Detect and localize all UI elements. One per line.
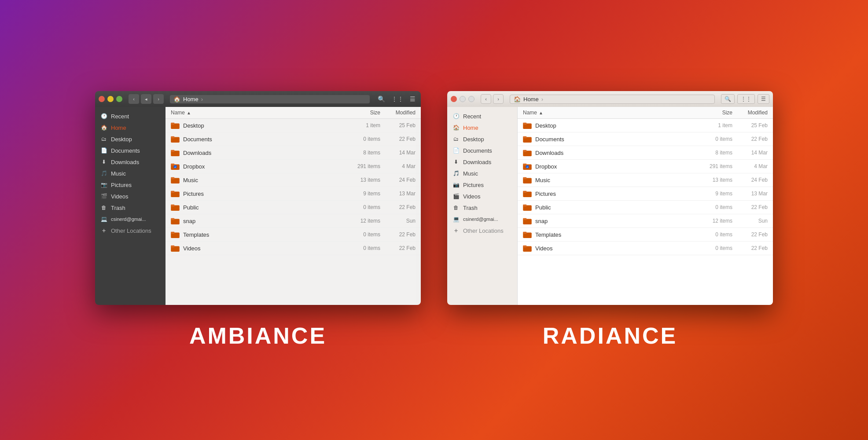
sidebar-item-videos[interactable]: 🎬 Videos [447,191,517,202]
sidebar-item-home[interactable]: 🏠 Home [447,122,517,133]
table-row[interactable]: Videos 0 items 22 Feb [518,242,773,255]
desktop-icon: 🗂 [100,136,107,143]
table-row[interactable]: Desktop 1 item 25 Feb [166,119,421,132]
table-row[interactable]: Templates 0 items 22 Feb [518,228,773,242]
sidebar-item-trash[interactable]: 🗑 Trash [447,202,517,213]
folder-icon [171,244,180,252]
col-size-header[interactable]: Size [697,110,732,116]
nav-toggle-sidebar-button[interactable]: ◂ [141,94,151,104]
sidebar-label-downloads: Downloads [463,159,491,165]
svg-rect-33 [523,177,526,179]
folder-icon [523,244,532,252]
sidebar-item-account[interactable]: 💻 csinerd@gmai... [447,213,517,225]
menu-button[interactable]: ☰ [758,94,769,104]
nav-forward-button[interactable]: › [153,94,164,104]
table-row[interactable]: Videos 0 items 22 Feb [166,242,421,255]
nav-back-button[interactable]: ‹ [129,94,139,104]
table-row[interactable]: snap 12 items Sun [166,214,421,228]
table-row[interactable]: ✓ Dropbox 291 items 4 Mar [518,160,773,173]
sidebar-item-trash[interactable]: 🗑 Trash [95,202,166,213]
sidebar-label-trash: Trash [111,205,125,211]
folder-icon: ✓ [523,162,532,170]
file-list: Desktop 1 item 25 Feb Documents 0 items … [166,119,421,255]
table-row[interactable]: Music 13 items 24 Feb [518,173,773,187]
maximize-button[interactable] [116,96,122,102]
search-button[interactable]: 🔍 [721,94,735,104]
nav-back-button[interactable]: ‹ [481,94,491,104]
file-name-text: Videos [183,245,201,252]
sidebar-item-desktop[interactable]: 🗂 Desktop [447,133,517,145]
table-row[interactable]: Downloads 8 items 14 Mar [518,146,773,160]
file-size: 0 items [345,204,380,210]
table-row[interactable]: Public 0 items 22 Feb [166,201,421,214]
view-toggle-button[interactable]: ⋮⋮ [390,95,405,103]
sidebar-item-other-locations[interactable]: + Other Locations [95,225,166,236]
location-bar[interactable]: 🏠 Home › [170,95,370,103]
svg-rect-25 [523,136,526,138]
table-row[interactable]: Pictures 9 items 13 Mar [518,187,773,201]
sidebar-item-home[interactable]: 🏠 Home [95,122,166,133]
maximize-button[interactable] [468,96,474,102]
nav-forward-button[interactable]: › [493,94,504,104]
ambiance-label-block: AMBIANCE [95,323,421,349]
table-row[interactable]: ✓ Dropbox 291 items 4 Mar [166,160,421,173]
sidebar-item-downloads[interactable]: ⬇ Downloads [447,156,517,168]
minimize-button[interactable] [460,96,466,102]
svg-rect-27 [523,150,526,152]
col-name-label: Name [171,110,185,116]
table-row[interactable]: Documents 0 items 22 Feb [518,132,773,146]
svg-rect-15 [171,205,174,206]
file-name-text: snap [183,218,195,224]
file-name: Downloads [523,149,697,157]
sidebar-label-videos: Videos [463,193,481,200]
col-modified-header[interactable]: Modified [380,110,416,116]
sidebar-item-documents[interactable]: 📄 Documents [447,145,517,156]
file-name: Templates [171,231,345,238]
col-name-header[interactable]: Name ▲ [523,110,697,116]
file-name: Public [171,203,345,211]
sidebar-item-account[interactable]: 💻 csinerd@gmai... [95,213,166,225]
file-name: snap [171,217,345,225]
col-name-header[interactable]: Name ▲ [171,110,345,116]
table-row[interactable]: Public 0 items 22 Feb [518,201,773,214]
radiance-main-content: Name ▲ Size Modified Desktop [518,107,773,305]
table-row[interactable]: snap 12 items Sun [518,214,773,228]
close-button[interactable] [99,96,105,102]
table-row[interactable]: Documents 0 items 22 Feb [166,132,421,146]
sort-icon: ▲ [539,110,543,115]
table-row[interactable]: Templates 0 items 22 Feb [166,228,421,242]
svg-rect-23 [523,123,526,125]
menu-button[interactable]: ☰ [408,95,417,103]
sidebar-item-desktop[interactable]: 🗂 Desktop [95,133,166,145]
sidebar-item-downloads[interactable]: ⬇ Downloads [95,156,166,168]
sidebar-item-recent[interactable]: 🕐 Recent [95,110,166,122]
sidebar-item-recent[interactable]: 🕐 Recent [447,110,517,122]
ambiance-body: 🕐 Recent 🏠 Home 🗂 Desktop 📄 Documents ⬇ [95,107,421,305]
sidebar-item-music[interactable]: 🎵 Music [95,168,166,179]
sidebar-item-pictures[interactable]: 📷 Pictures [447,179,517,191]
location-bar[interactable]: 🏠 Home › [510,95,715,104]
svg-rect-11 [171,177,174,179]
sidebar-label-account: csinerd@gmai... [111,216,146,222]
file-modified: 22 Feb [380,204,416,210]
ambiance-titlebar: ‹ ◂ › 🏠 Home › 🔍 ⋮⋮ ☰ [95,91,421,107]
svg-rect-13 [171,191,174,193]
table-row[interactable]: Music 13 items 24 Feb [166,173,421,187]
folder-icon [171,217,180,225]
col-size-header[interactable]: Size [345,110,380,116]
file-name-text: Downloads [535,150,563,156]
minimize-button[interactable] [107,96,114,102]
sidebar-item-videos[interactable]: 🎬 Videos [95,191,166,202]
sidebar-item-other-locations[interactable]: + Other Locations [447,225,517,236]
sidebar-item-documents[interactable]: 📄 Documents [95,145,166,156]
sidebar-item-music[interactable]: 🎵 Music [447,168,517,179]
col-modified-header[interactable]: Modified [732,110,768,116]
documents-icon: 📄 [100,147,107,154]
close-button[interactable] [451,96,457,102]
search-button[interactable]: 🔍 [376,95,387,103]
view-toggle-button[interactable]: ⋮⋮ [737,94,755,104]
table-row[interactable]: Pictures 9 items 13 Mar [166,187,421,201]
table-row[interactable]: Desktop 1 item 25 Feb [518,119,773,132]
table-row[interactable]: Downloads 8 items 14 Mar [166,146,421,160]
sidebar-item-pictures[interactable]: 📷 Pictures [95,179,166,191]
